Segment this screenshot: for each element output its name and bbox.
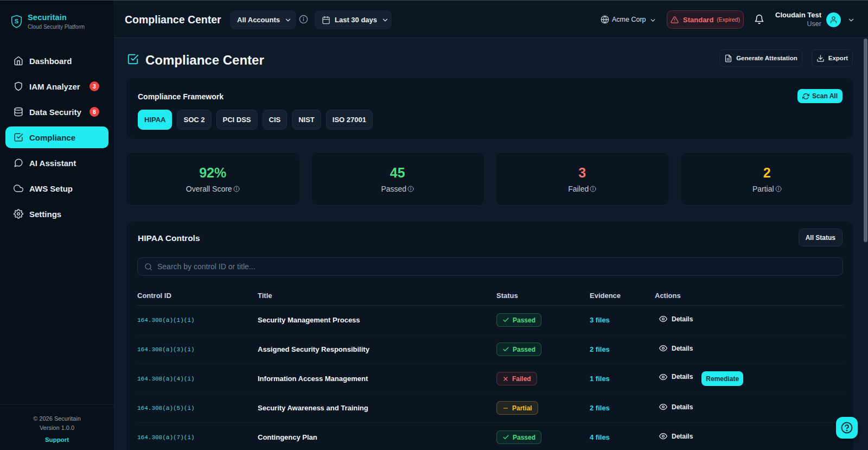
svg-text:S: S — [15, 18, 19, 24]
